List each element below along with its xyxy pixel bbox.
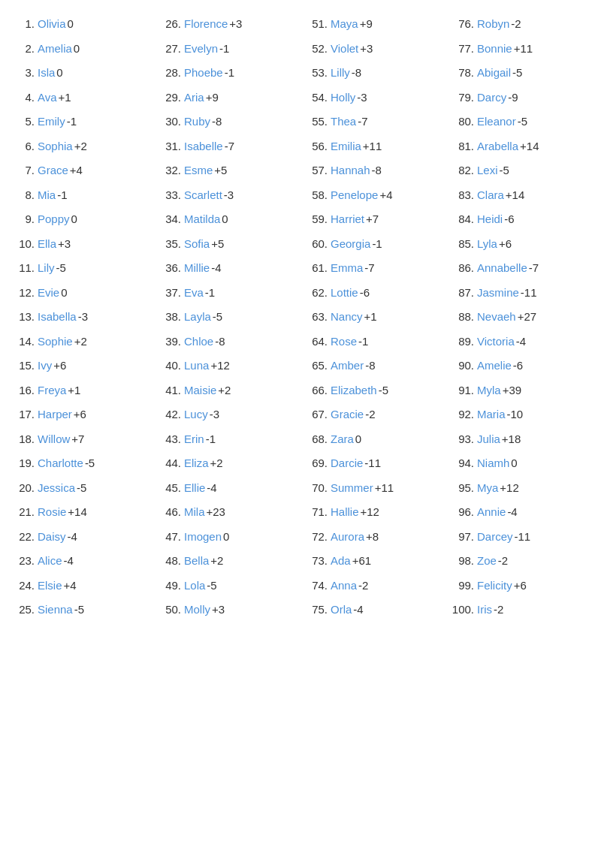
- change-value: -4: [207, 480, 216, 497]
- change-value: -11: [515, 529, 531, 546]
- list-item: 59.Harriet +7: [300, 207, 447, 232]
- rank-number: 45.: [157, 480, 181, 497]
- list-item: 57.Hannah -8: [300, 158, 447, 183]
- change-value: -6: [360, 285, 370, 302]
- list-item: 48.Bella +2: [154, 549, 300, 574]
- change-value: +4: [64, 577, 77, 595]
- change-value: +27: [518, 309, 536, 326]
- rank-number: 58.: [304, 187, 328, 204]
- change-value: +61: [352, 553, 371, 570]
- list-item: 44.Eliza +2: [154, 451, 300, 476]
- change-value: -5: [56, 260, 66, 277]
- rank-number: 29.: [157, 89, 181, 107]
- list-item: 40.Luna +12: [154, 354, 300, 378]
- name-label: Erin: [184, 431, 204, 448]
- name-label: Eliza: [184, 455, 209, 472]
- change-value: +7: [71, 431, 84, 448]
- change-value: +1: [68, 382, 80, 399]
- name-label: Mya: [477, 480, 498, 497]
- rank-number: 40.: [157, 357, 181, 375]
- change-value: +6: [74, 406, 86, 423]
- rank-number: 30.: [157, 113, 181, 131]
- change-value: -4: [516, 333, 526, 351]
- list-item: 81.Arabella +14: [447, 134, 593, 159]
- list-item: 33.Scarlett -3: [154, 183, 300, 208]
- list-item: 94.Niamh 0: [447, 451, 593, 476]
- change-value: -2: [498, 553, 508, 570]
- rank-number: 59.: [304, 211, 328, 228]
- change-value: -4: [68, 529, 77, 546]
- rank-number: 68.: [304, 431, 328, 448]
- list-item: 88.Nevaeh +27: [447, 305, 593, 330]
- name-label: Florence: [184, 16, 228, 33]
- name-label: Robyn: [477, 16, 509, 33]
- change-value: -6: [504, 211, 514, 228]
- name-label: Nancy: [331, 309, 363, 326]
- list-item: 69.Darcie -11: [300, 451, 447, 476]
- rank-number: 92.: [450, 406, 474, 423]
- list-item: 54.Holly -3: [300, 86, 447, 110]
- change-value: -1: [67, 113, 77, 131]
- change-value: -1: [206, 431, 216, 448]
- name-label: Aria: [184, 89, 204, 107]
- rank-number: 50.: [157, 601, 181, 619]
- name-label: Evelyn: [184, 41, 218, 58]
- list-item: 42.Lucy -3: [154, 402, 300, 427]
- change-value: -1: [205, 285, 215, 302]
- change-value: -7: [358, 113, 367, 131]
- change-value: -2: [358, 577, 368, 595]
- rank-number: 89.: [450, 333, 474, 351]
- change-value: -5: [77, 480, 86, 497]
- list-item: 18.Willow +7: [8, 427, 154, 452]
- list-item: 79.Darcy -9: [447, 86, 593, 110]
- change-value: -4: [507, 504, 517, 521]
- change-value: -5: [74, 601, 84, 619]
- change-value: +6: [514, 577, 527, 595]
- list-item: 95.Mya +12: [447, 476, 593, 501]
- rank-number: 35.: [157, 236, 181, 253]
- column-2: 26.Florence +327.Evelyn -128.Phoebe -129…: [154, 12, 300, 622]
- name-label: Emily: [38, 113, 65, 131]
- rank-number: 21.: [11, 504, 35, 521]
- rank-number: 25.: [11, 601, 35, 619]
- change-value: -11: [521, 285, 537, 302]
- name-label: Niamh: [477, 455, 509, 472]
- list-item: 73.Ada +61: [300, 549, 447, 574]
- name-label: Elizabeth: [331, 382, 377, 399]
- name-label: Holly: [331, 89, 355, 107]
- change-value: +12: [361, 504, 379, 521]
- list-item: 45.Ellie -4: [154, 476, 300, 501]
- name-label: Zara: [331, 431, 354, 448]
- name-label: Ada: [331, 553, 351, 570]
- change-value: +3: [229, 16, 242, 33]
- rank-number: 32.: [157, 162, 181, 179]
- rank-number: 88.: [450, 309, 474, 326]
- list-item: 61.Emma -7: [300, 256, 447, 281]
- rank-number: 83.: [450, 187, 474, 204]
- rank-number: 14.: [11, 333, 35, 351]
- change-value: +5: [211, 236, 224, 253]
- change-value: +2: [74, 333, 87, 351]
- change-value: +18: [502, 431, 521, 448]
- name-label: Hannah: [331, 162, 370, 179]
- rank-number: 46.: [157, 504, 181, 521]
- change-value: +6: [499, 236, 512, 253]
- list-item: 11.Lily -5: [8, 256, 154, 281]
- change-value: -1: [358, 333, 368, 351]
- list-item: 90.Amelie -6: [447, 354, 593, 378]
- name-label: Lottie: [331, 285, 358, 302]
- name-label: Arabella: [477, 138, 518, 155]
- change-value: -3: [224, 187, 234, 204]
- change-value: -2: [511, 16, 521, 33]
- rank-number: 97.: [450, 529, 474, 546]
- change-value: 0: [68, 16, 74, 33]
- rank-number: 3.: [11, 65, 35, 82]
- change-value: -4: [64, 553, 74, 570]
- name-label: Aurora: [331, 529, 364, 546]
- list-item: 91.Myla +39: [447, 378, 593, 403]
- rank-number: 18.: [11, 431, 35, 448]
- rank-number: 65.: [304, 357, 328, 375]
- name-label: Elsie: [38, 577, 62, 595]
- name-label: Harriet: [331, 211, 364, 228]
- rank-number: 80.: [450, 113, 474, 131]
